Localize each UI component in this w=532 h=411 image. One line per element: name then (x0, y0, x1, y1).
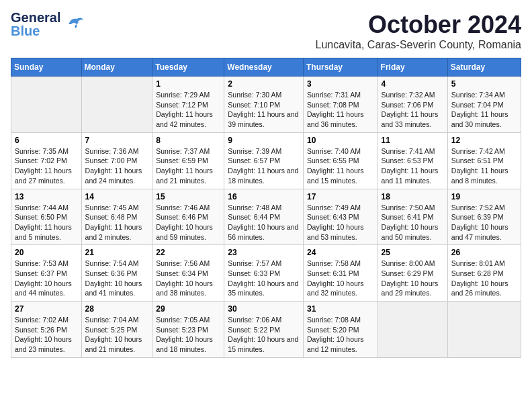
calendar-cell: 15Sunrise: 7:46 AMSunset: 6:46 PMDayligh… (152, 189, 224, 245)
day-info: Sunrise: 7:06 AMSunset: 5:22 PMDaylight:… (228, 315, 300, 355)
title-block: October 2024 Luncavita, Caras-Severin Co… (315, 11, 521, 51)
day-info: Sunrise: 7:45 AMSunset: 6:48 PMDaylight:… (85, 203, 149, 242)
day-info: Sunrise: 7:08 AMSunset: 5:20 PMDaylight:… (307, 315, 374, 355)
day-info: Sunrise: 7:34 AMSunset: 7:04 PMDaylight:… (451, 90, 517, 130)
day-info: Sunrise: 7:31 AMSunset: 7:08 PMDaylight:… (307, 90, 374, 130)
day-number: 9 (228, 136, 300, 145)
calendar-cell: 25Sunrise: 8:00 AMSunset: 6:29 PMDayligh… (378, 245, 447, 302)
calendar-week-row: 6Sunrise: 7:35 AMSunset: 7:02 PMDaylight… (11, 132, 521, 189)
day-info: Sunrise: 7:53 AMSunset: 6:37 PMDaylight:… (15, 259, 78, 298)
day-info: Sunrise: 7:29 AMSunset: 7:12 PMDaylight:… (156, 90, 220, 130)
day-number: 17 (307, 192, 374, 201)
day-info: Sunrise: 7:05 AMSunset: 5:23 PMDaylight:… (156, 315, 220, 355)
day-number: 8 (156, 136, 220, 145)
day-info: Sunrise: 7:30 AMSunset: 7:10 PMDaylight:… (228, 90, 300, 130)
day-number: 25 (382, 248, 444, 257)
day-number: 3 (307, 79, 374, 89)
location-title: Luncavita, Caras-Severin County, Romania (315, 39, 521, 51)
logo: General Blue (11, 11, 85, 38)
calendar-week-row: 27Sunrise: 7:02 AMSunset: 5:26 PMDayligh… (11, 302, 521, 358)
calendar-cell: 24Sunrise: 7:58 AMSunset: 6:31 PMDayligh… (303, 245, 378, 302)
weekday-header-sunday: Sunday (11, 58, 82, 77)
day-info: Sunrise: 7:42 AMSunset: 6:51 PMDaylight:… (451, 146, 517, 186)
calendar-cell (378, 302, 447, 358)
day-number: 26 (451, 248, 517, 257)
calendar-cell: 16Sunrise: 7:48 AMSunset: 6:44 PMDayligh… (224, 189, 304, 245)
day-info: Sunrise: 8:00 AMSunset: 6:29 PMDaylight:… (382, 259, 444, 298)
calendar-cell: 21Sunrise: 7:54 AMSunset: 6:36 PMDayligh… (81, 245, 152, 302)
calendar-cell: 20Sunrise: 7:53 AMSunset: 6:37 PMDayligh… (11, 245, 82, 302)
day-info: Sunrise: 7:46 AMSunset: 6:46 PMDaylight:… (156, 203, 220, 242)
day-number: 7 (85, 136, 149, 145)
day-number: 30 (228, 304, 300, 314)
weekday-header-friday: Friday (378, 58, 447, 77)
calendar-cell: 22Sunrise: 7:56 AMSunset: 6:34 PMDayligh… (152, 245, 224, 302)
day-number: 2 (228, 79, 300, 89)
day-info: Sunrise: 7:41 AMSunset: 6:53 PMDaylight:… (382, 146, 444, 186)
day-number: 6 (15, 136, 78, 145)
day-info: Sunrise: 7:02 AMSunset: 5:26 PMDaylight:… (15, 315, 78, 355)
day-info: Sunrise: 7:56 AMSunset: 6:34 PMDaylight:… (156, 259, 220, 298)
calendar-week-row: 13Sunrise: 7:44 AMSunset: 6:50 PMDayligh… (11, 189, 521, 245)
day-info: Sunrise: 7:57 AMSunset: 6:33 PMDaylight:… (228, 259, 300, 298)
calendar-week-row: 20Sunrise: 7:53 AMSunset: 6:37 PMDayligh… (11, 245, 521, 302)
calendar-cell: 10Sunrise: 7:40 AMSunset: 6:55 PMDayligh… (303, 132, 378, 189)
calendar-cell: 12Sunrise: 7:42 AMSunset: 6:51 PMDayligh… (447, 132, 521, 189)
weekday-header-monday: Monday (81, 58, 152, 77)
day-number: 4 (382, 79, 444, 89)
day-number: 19 (451, 192, 517, 201)
calendar-cell: 23Sunrise: 7:57 AMSunset: 6:33 PMDayligh… (224, 245, 304, 302)
day-number: 15 (156, 192, 220, 201)
day-info: Sunrise: 7:50 AMSunset: 6:41 PMDaylight:… (382, 203, 444, 242)
logo-bird-icon (63, 12, 85, 36)
day-info: Sunrise: 7:36 AMSunset: 7:00 PMDaylight:… (85, 146, 149, 186)
day-info: Sunrise: 7:39 AMSunset: 6:57 PMDaylight:… (228, 146, 300, 186)
weekday-header-saturday: Saturday (447, 58, 521, 77)
calendar-cell: 29Sunrise: 7:05 AMSunset: 5:23 PMDayligh… (152, 302, 224, 358)
calendar-cell: 27Sunrise: 7:02 AMSunset: 5:26 PMDayligh… (11, 302, 82, 358)
day-number: 18 (382, 192, 444, 201)
weekday-header-wednesday: Wednesday (224, 58, 304, 77)
day-number: 23 (228, 248, 300, 257)
day-number: 29 (156, 304, 220, 314)
weekday-header-tuesday: Tuesday (152, 58, 224, 77)
weekday-header-thursday: Thursday (303, 58, 378, 77)
calendar-cell: 2Sunrise: 7:30 AMSunset: 7:10 PMDaylight… (224, 77, 304, 133)
calendar-cell: 18Sunrise: 7:50 AMSunset: 6:41 PMDayligh… (378, 189, 447, 245)
day-number: 24 (307, 248, 374, 257)
day-number: 27 (15, 304, 78, 314)
logo-blue: Blue (11, 24, 60, 38)
day-info: Sunrise: 7:35 AMSunset: 7:02 PMDaylight:… (15, 146, 78, 186)
calendar-cell: 8Sunrise: 7:37 AMSunset: 6:59 PMDaylight… (152, 132, 224, 189)
calendar-cell: 6Sunrise: 7:35 AMSunset: 7:02 PMDaylight… (11, 132, 82, 189)
calendar-cell: 19Sunrise: 7:52 AMSunset: 6:39 PMDayligh… (447, 189, 521, 245)
day-number: 31 (307, 304, 374, 314)
day-number: 13 (15, 192, 78, 201)
day-info: Sunrise: 7:04 AMSunset: 5:25 PMDaylight:… (85, 315, 149, 355)
calendar-cell: 9Sunrise: 7:39 AMSunset: 6:57 PMDaylight… (224, 132, 304, 189)
day-number: 12 (451, 136, 517, 145)
day-info: Sunrise: 8:01 AMSunset: 6:28 PMDaylight:… (451, 259, 517, 298)
day-info: Sunrise: 7:58 AMSunset: 6:31 PMDaylight:… (307, 259, 374, 298)
calendar-cell (447, 302, 521, 358)
day-number: 14 (85, 192, 149, 201)
calendar-cell: 17Sunrise: 7:49 AMSunset: 6:43 PMDayligh… (303, 189, 378, 245)
day-number: 11 (382, 136, 444, 145)
calendar-table: SundayMondayTuesdayWednesdayThursdayFrid… (11, 58, 521, 358)
calendar-cell (11, 77, 82, 133)
day-number: 5 (451, 79, 517, 89)
calendar-cell: 26Sunrise: 8:01 AMSunset: 6:28 PMDayligh… (447, 245, 521, 302)
day-number: 22 (156, 248, 220, 257)
calendar-cell: 13Sunrise: 7:44 AMSunset: 6:50 PMDayligh… (11, 189, 82, 245)
calendar-cell: 3Sunrise: 7:31 AMSunset: 7:08 PMDaylight… (303, 77, 378, 133)
calendar-cell: 14Sunrise: 7:45 AMSunset: 6:48 PMDayligh… (81, 189, 152, 245)
logo-general: General (11, 11, 60, 24)
day-info: Sunrise: 7:52 AMSunset: 6:39 PMDaylight:… (451, 203, 517, 242)
day-info: Sunrise: 7:54 AMSunset: 6:36 PMDaylight:… (85, 259, 149, 298)
calendar-week-row: 1Sunrise: 7:29 AMSunset: 7:12 PMDaylight… (11, 77, 521, 133)
day-info: Sunrise: 7:48 AMSunset: 6:44 PMDaylight:… (228, 203, 300, 242)
calendar-cell: 5Sunrise: 7:34 AMSunset: 7:04 PMDaylight… (447, 77, 521, 133)
day-number: 1 (156, 79, 220, 89)
day-number: 21 (85, 248, 149, 257)
day-info: Sunrise: 7:44 AMSunset: 6:50 PMDaylight:… (15, 203, 78, 242)
